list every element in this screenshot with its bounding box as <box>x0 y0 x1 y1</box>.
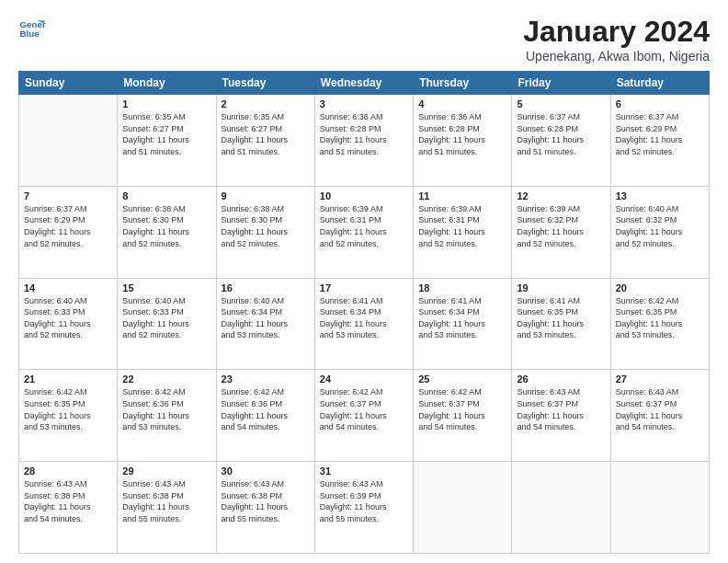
day-info: Sunrise: 6:39 AM Sunset: 6:32 PM Dayligh… <box>517 203 605 249</box>
day-number: 14 <box>24 282 112 293</box>
day-number: 23 <box>222 373 310 385</box>
day-info: Sunrise: 6:37 AM Sunset: 6:29 PM Dayligh… <box>616 111 704 157</box>
table-row: 9Sunrise: 6:38 AM Sunset: 6:30 PM Daylig… <box>216 186 314 278</box>
day-info: Sunrise: 6:43 AM Sunset: 6:38 PM Dayligh… <box>222 478 310 524</box>
day-info: Sunrise: 6:37 AM Sunset: 6:29 PM Dayligh… <box>24 203 112 249</box>
day-info: Sunrise: 6:43 AM Sunset: 6:39 PM Dayligh… <box>320 478 408 524</box>
day-info: Sunrise: 6:41 AM Sunset: 6:34 PM Dayligh… <box>320 295 408 341</box>
calendar-week-row: 28Sunrise: 6:43 AM Sunset: 6:38 PM Dayli… <box>19 462 710 554</box>
calendar-day-header: Wednesday <box>314 72 413 95</box>
calendar-title: January 2024 <box>523 15 710 49</box>
calendar-day-header: Tuesday <box>216 72 314 95</box>
day-number: 9 <box>222 190 310 201</box>
day-number: 24 <box>320 373 408 385</box>
day-number: 25 <box>418 373 506 385</box>
day-number: 4 <box>418 98 506 109</box>
day-info: Sunrise: 6:42 AM Sunset: 6:35 PM Dayligh… <box>24 386 112 432</box>
day-info: Sunrise: 6:42 AM Sunset: 6:36 PM Dayligh… <box>122 386 210 432</box>
day-number: 10 <box>320 190 408 201</box>
day-number: 7 <box>24 190 112 201</box>
day-info: Sunrise: 6:42 AM Sunset: 6:37 PM Dayligh… <box>320 386 408 432</box>
table-row: 29Sunrise: 6:43 AM Sunset: 6:38 PM Dayli… <box>118 462 216 554</box>
day-info: Sunrise: 6:40 AM Sunset: 6:32 PM Dayligh… <box>616 203 704 249</box>
logo-icon: General Blue <box>18 15 46 42</box>
calendar-day-header: Monday <box>118 72 216 95</box>
day-number: 19 <box>517 282 605 293</box>
table-row: 5Sunrise: 6:37 AM Sunset: 6:28 PM Daylig… <box>512 95 610 187</box>
day-number: 13 <box>616 190 704 201</box>
table-row: 13Sunrise: 6:40 AM Sunset: 6:32 PM Dayli… <box>610 186 709 278</box>
day-number: 29 <box>122 465 210 477</box>
calendar-week-row: 21Sunrise: 6:42 AM Sunset: 6:35 PM Dayli… <box>19 370 710 462</box>
table-row: 20Sunrise: 6:42 AM Sunset: 6:35 PM Dayli… <box>610 278 709 370</box>
calendar-day-header: Thursday <box>414 72 512 95</box>
table-row <box>414 462 512 554</box>
day-number: 18 <box>418 282 506 293</box>
day-info: Sunrise: 6:43 AM Sunset: 6:37 PM Dayligh… <box>517 386 605 432</box>
table-row: 25Sunrise: 6:42 AM Sunset: 6:37 PM Dayli… <box>414 370 512 462</box>
table-row <box>19 95 118 187</box>
calendar-week-row: 7Sunrise: 6:37 AM Sunset: 6:29 PM Daylig… <box>19 186 710 278</box>
table-row: 8Sunrise: 6:38 AM Sunset: 6:30 PM Daylig… <box>118 186 216 278</box>
day-number: 26 <box>517 373 605 385</box>
day-info: Sunrise: 6:38 AM Sunset: 6:30 PM Dayligh… <box>122 203 210 249</box>
day-info: Sunrise: 6:42 AM Sunset: 6:37 PM Dayligh… <box>418 386 506 432</box>
title-block: January 2024 Upenekang, Akwa Ibom, Niger… <box>523 15 710 63</box>
day-number: 22 <box>122 373 210 385</box>
day-number: 27 <box>616 373 704 385</box>
day-info: Sunrise: 6:38 AM Sunset: 6:30 PM Dayligh… <box>222 203 310 249</box>
day-number: 15 <box>122 282 210 293</box>
table-row: 3Sunrise: 6:36 AM Sunset: 6:28 PM Daylig… <box>314 95 413 187</box>
day-info: Sunrise: 6:36 AM Sunset: 6:28 PM Dayligh… <box>320 111 408 157</box>
table-row: 11Sunrise: 6:39 AM Sunset: 6:31 PM Dayli… <box>414 186 512 278</box>
day-number: 28 <box>24 465 112 477</box>
day-info: Sunrise: 6:43 AM Sunset: 6:38 PM Dayligh… <box>122 478 210 524</box>
table-row: 23Sunrise: 6:42 AM Sunset: 6:36 PM Dayli… <box>216 370 314 462</box>
table-row: 18Sunrise: 6:41 AM Sunset: 6:34 PM Dayli… <box>414 278 512 370</box>
day-number: 6 <box>616 98 704 109</box>
day-info: Sunrise: 6:42 AM Sunset: 6:35 PM Dayligh… <box>616 295 704 341</box>
table-row: 19Sunrise: 6:41 AM Sunset: 6:35 PM Dayli… <box>512 278 610 370</box>
day-number: 1 <box>122 98 210 109</box>
day-number: 31 <box>320 465 408 477</box>
table-row: 21Sunrise: 6:42 AM Sunset: 6:35 PM Dayli… <box>19 370 118 462</box>
calendar-day-header: Friday <box>512 72 610 95</box>
table-row: 17Sunrise: 6:41 AM Sunset: 6:34 PM Dayli… <box>314 278 413 370</box>
table-row: 2Sunrise: 6:35 AM Sunset: 6:27 PM Daylig… <box>216 95 314 187</box>
table-row: 31Sunrise: 6:43 AM Sunset: 6:39 PM Dayli… <box>314 462 413 554</box>
table-row: 15Sunrise: 6:40 AM Sunset: 6:33 PM Dayli… <box>118 278 216 370</box>
day-number: 16 <box>222 282 310 293</box>
day-info: Sunrise: 6:41 AM Sunset: 6:34 PM Dayligh… <box>418 295 506 341</box>
table-row: 14Sunrise: 6:40 AM Sunset: 6:33 PM Dayli… <box>19 278 118 370</box>
table-row: 6Sunrise: 6:37 AM Sunset: 6:29 PM Daylig… <box>610 95 709 187</box>
day-info: Sunrise: 6:40 AM Sunset: 6:34 PM Dayligh… <box>222 295 310 341</box>
calendar-day-header: Saturday <box>610 72 709 95</box>
day-number: 8 <box>122 190 210 201</box>
table-row: 12Sunrise: 6:39 AM Sunset: 6:32 PM Dayli… <box>512 186 610 278</box>
day-info: Sunrise: 6:42 AM Sunset: 6:36 PM Dayligh… <box>222 386 310 432</box>
day-info: Sunrise: 6:43 AM Sunset: 6:38 PM Dayligh… <box>24 478 112 524</box>
day-number: 17 <box>320 282 408 293</box>
day-number: 2 <box>222 98 310 109</box>
table-row <box>610 462 709 554</box>
day-info: Sunrise: 6:36 AM Sunset: 6:28 PM Dayligh… <box>418 111 506 157</box>
table-row: 7Sunrise: 6:37 AM Sunset: 6:29 PM Daylig… <box>19 186 118 278</box>
table-row: 30Sunrise: 6:43 AM Sunset: 6:38 PM Dayli… <box>216 462 314 554</box>
day-info: Sunrise: 6:40 AM Sunset: 6:33 PM Dayligh… <box>24 295 112 341</box>
table-row: 26Sunrise: 6:43 AM Sunset: 6:37 PM Dayli… <box>512 370 610 462</box>
calendar-week-row: 14Sunrise: 6:40 AM Sunset: 6:33 PM Dayli… <box>19 278 710 370</box>
day-info: Sunrise: 6:35 AM Sunset: 6:27 PM Dayligh… <box>222 111 310 157</box>
table-row: 1Sunrise: 6:35 AM Sunset: 6:27 PM Daylig… <box>118 95 216 187</box>
day-number: 12 <box>517 190 605 201</box>
table-row: 10Sunrise: 6:39 AM Sunset: 6:31 PM Dayli… <box>314 186 413 278</box>
day-number: 11 <box>418 190 506 201</box>
day-info: Sunrise: 6:39 AM Sunset: 6:31 PM Dayligh… <box>320 203 408 249</box>
day-info: Sunrise: 6:43 AM Sunset: 6:37 PM Dayligh… <box>616 386 704 432</box>
day-info: Sunrise: 6:35 AM Sunset: 6:27 PM Dayligh… <box>122 111 210 157</box>
day-number: 5 <box>517 98 605 109</box>
table-row: 28Sunrise: 6:43 AM Sunset: 6:38 PM Dayli… <box>19 462 118 554</box>
calendar-week-row: 1Sunrise: 6:35 AM Sunset: 6:27 PM Daylig… <box>19 95 710 187</box>
day-number: 20 <box>616 282 704 293</box>
day-number: 30 <box>222 465 310 477</box>
day-number: 3 <box>320 98 408 109</box>
